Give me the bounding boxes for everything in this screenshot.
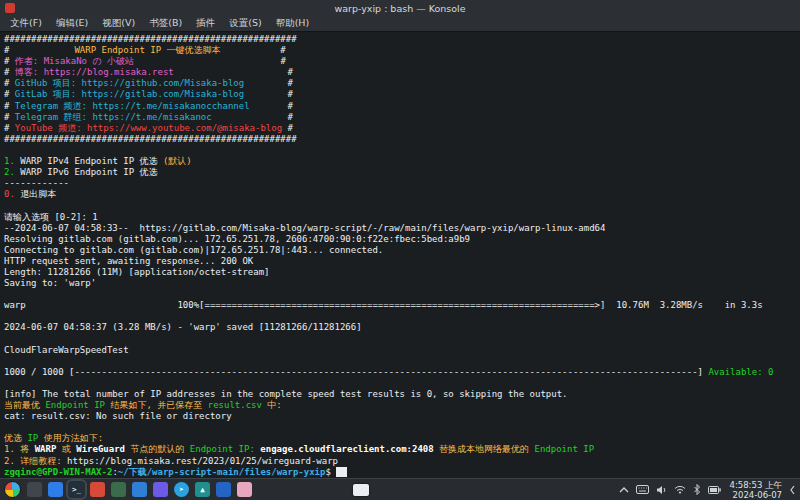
terminal-line: Length: 11281266 (11M) [application/octe… xyxy=(4,267,796,278)
taskbar-apps: >_➤▲ xyxy=(4,481,252,498)
terminal-line: 请输入选项 [0-2]: 1 xyxy=(4,212,796,223)
taskbar-app-1[interactable] xyxy=(27,482,42,497)
terminal-line: ########################################… xyxy=(4,34,796,45)
menu-item-2[interactable]: 视图(V) xyxy=(95,16,142,31)
terminal-line xyxy=(4,356,796,367)
taskbar-app-2[interactable] xyxy=(48,482,63,497)
terminal-line: --2024-06-07 04:58:33-- https://gitlab.c… xyxy=(4,223,796,234)
terminal-line xyxy=(4,311,796,322)
desktop: warp-yxip : bash — Konsole 文件(F)编辑(E)视图(… xyxy=(0,0,800,500)
terminal-line: # GitHub 项目: https://github.com/Misaka-b… xyxy=(4,78,796,89)
system-tray xyxy=(619,484,721,495)
menu-item-4[interactable]: 插件 xyxy=(189,16,222,31)
taskbar-app-7[interactable]: ▲ xyxy=(195,482,210,497)
window-titlebar: warp-yxip : bash — Konsole xyxy=(0,0,800,16)
keyboard-layout-icon[interactable] xyxy=(636,485,649,494)
taskbar-app-5[interactable] xyxy=(132,482,147,497)
terminal-line: ########################################… xyxy=(4,134,796,145)
battery-icon[interactable] xyxy=(708,486,721,494)
tray-expand-caret-icon[interactable] xyxy=(619,486,629,494)
terminal-line: 0. 退出脚本 xyxy=(4,189,796,200)
terminal-line: # GitLab 项目: https://gitlab.com/Misaka-b… xyxy=(4,89,796,100)
menu-item-6[interactable]: 帮助(H) xyxy=(269,16,317,31)
terminal-line: Resolving gitlab.com (gitlab.com)... 172… xyxy=(4,234,796,245)
taskbar-app-konsole[interactable]: >_ xyxy=(69,482,84,497)
taskbar-app-6[interactable] xyxy=(153,482,168,497)
terminal-line: # 博客: https://blog.misaka.rest # xyxy=(4,67,796,78)
ime-indicator[interactable] xyxy=(353,484,369,496)
taskbar-app-telegram[interactable]: ➤ xyxy=(174,482,189,497)
taskbar-app-3[interactable] xyxy=(90,482,105,497)
terminal-line xyxy=(4,378,796,389)
terminal-line: # Telegram 群组: https://t.me/misakanoc # xyxy=(4,112,796,123)
terminal-line: # Telegram 频道: https://t.me/misakanoccha… xyxy=(4,101,796,112)
taskbar-app-8[interactable] xyxy=(216,482,231,497)
menubar: 文件(F)编辑(E)视图(V)书签(B)插件设置(S)帮助(H) xyxy=(0,16,800,32)
clock-time: 4:58:53 上午 xyxy=(730,480,782,490)
terminal-line: 2024-06-07 04:58:37 (3.28 MB/s) - 'warp'… xyxy=(4,322,796,333)
terminal-line: # WARP Endpoint IP 一键优选脚本 # xyxy=(4,45,796,56)
terminal-line: 1. WARP IPv4 Endpoint IP 优选 (默认) xyxy=(4,156,796,167)
volume-icon[interactable] xyxy=(656,485,667,495)
terminal-line: CloudFlareWarpSpeedTest xyxy=(4,345,796,356)
terminal-line: 2. 详细教程: https://blog.misaka.rest/2023/0… xyxy=(4,456,796,467)
clock-date: 2024-06-07 xyxy=(730,490,782,500)
menu-item-3[interactable]: 书签(B) xyxy=(142,16,189,31)
terminal-line xyxy=(4,334,796,345)
taskbar-app-9[interactable] xyxy=(237,482,252,497)
taskbar: >_➤▲ 4:58:53 上午 2024-06-07 xyxy=(0,478,800,500)
window-title: warp-yxip : bash — Konsole xyxy=(0,3,800,14)
terminal-output[interactable]: ########################################… xyxy=(0,32,800,478)
terminal-line: zgqinc@GPD-WIN-MAX-2:~/下载/warp-script-ma… xyxy=(4,467,796,478)
terminal-line xyxy=(4,289,796,300)
terminal-line: Connecting to gitlab.com (gitlab.com)|17… xyxy=(4,245,796,256)
terminal-line: [info] The total number of IP addresses … xyxy=(4,389,796,400)
terminal-line: 2. WARP IPv6 Endpoint IP 优选 xyxy=(4,167,796,178)
terminal-line xyxy=(4,145,796,156)
bluetooth-icon[interactable] xyxy=(693,484,701,495)
terminal-line: 1. 将 WARP 或 WireGuard 节点的默认的 Endpoint IP… xyxy=(4,444,796,455)
window-icon xyxy=(5,3,15,13)
terminal-line: ------------ xyxy=(4,178,796,189)
clock[interactable]: 4:58:53 上午 2024-06-07 xyxy=(730,480,782,500)
terminal-line: # 作者: MisakaNo の 小破站 # xyxy=(4,56,796,67)
taskbar-app-4[interactable] xyxy=(111,482,126,497)
terminal-line: HTTP request sent, awaiting response... … xyxy=(4,256,796,267)
terminal-line: Saving to: 'warp' xyxy=(4,278,796,289)
terminal-line: # YouTube 频道: https://www.youtube.com/@m… xyxy=(4,123,796,134)
panel-hide-arrow[interactable] xyxy=(789,485,796,495)
network-wifi-icon[interactable] xyxy=(674,485,686,494)
menu-item-5[interactable]: 设置(S) xyxy=(222,16,268,31)
terminal-line xyxy=(4,200,796,211)
taskbar-app-launcher[interactable] xyxy=(4,481,21,498)
terminal-line: cat: result.csv: No such file or directo… xyxy=(4,411,796,422)
terminal-line: 优选 IP 使用方法如下: xyxy=(4,433,796,444)
terminal-line: warp 100%[==============================… xyxy=(4,300,796,311)
terminal-line: 当前最优 Endpoint IP 结果如下, 并已保存至 result.csv … xyxy=(4,400,796,411)
menu-item-1[interactable]: 编辑(E) xyxy=(49,16,95,31)
menu-item-0[interactable]: 文件(F) xyxy=(3,16,49,31)
terminal-line: 1000 / 1000 [---------------------------… xyxy=(4,367,796,378)
terminal-line xyxy=(4,422,796,433)
